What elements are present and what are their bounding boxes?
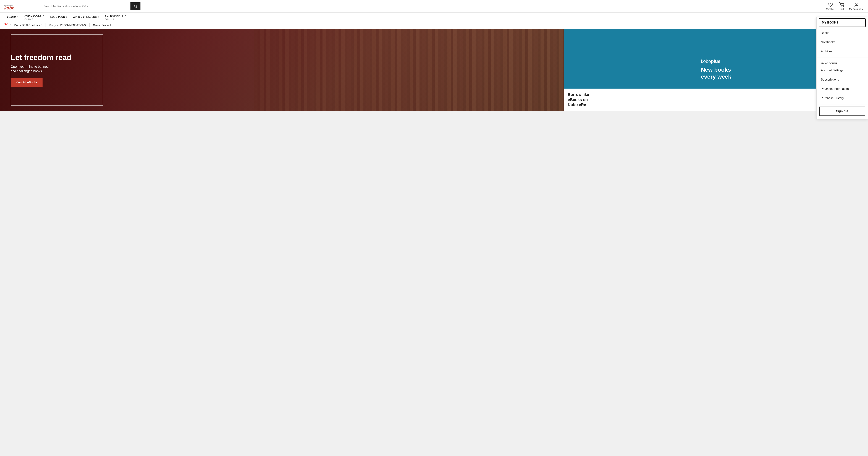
- sign-out-button[interactable]: Sign out: [819, 107, 865, 111]
- promo-classics[interactable]: Classic Favourites: [93, 24, 117, 27]
- promo-bar: 🚩 Get DAILY DEALS and more! See your REC…: [0, 21, 868, 29]
- promo-deals-label: Get DAILY DEALS and more!: [10, 24, 42, 27]
- dropdown-my-books[interactable]: MY BOOKS: [819, 18, 866, 27]
- payment-information-label: Payment Information: [821, 87, 849, 90]
- promo-separator-2: [89, 23, 90, 27]
- dropdown-divider-2: [816, 104, 868, 105]
- kobo-plus-title: New booksevery week: [701, 66, 731, 80]
- purchase-history-label: Purchase History: [821, 96, 844, 100]
- nav-audiobooks[interactable]: AUDIOBOOKS ▼ Credits: 0: [22, 13, 47, 21]
- books-label: Books: [821, 31, 829, 34]
- hero-subtitle: Open your mind to bannedand challenged b…: [11, 64, 71, 74]
- koboplus-chevron: ▼: [65, 16, 67, 18]
- svg-text:kobo: kobo: [4, 5, 14, 10]
- search-icon: [133, 4, 137, 8]
- promo-recommendations[interactable]: See your RECOMMENDATIONS: [49, 24, 89, 27]
- dropdown-notebooks[interactable]: Notebooks: [816, 37, 868, 47]
- dropdown-purchase-history[interactable]: Purchase History: [816, 93, 868, 103]
- dropdown-payment-information[interactable]: Payment Information: [816, 84, 868, 93]
- subscriptions-label: Subscriptions: [821, 78, 839, 81]
- flag-icon: 🚩: [4, 23, 8, 27]
- cart-button[interactable]: Cart: [839, 2, 844, 10]
- account-icon: [854, 2, 859, 7]
- my-account-button[interactable]: My Account ▲: [849, 2, 864, 10]
- dropdown-account-settings[interactable]: Account Settings: [816, 66, 868, 75]
- header: Rakuten kobo W: [0, 0, 868, 13]
- nav-koboplus-label: KOBO PLUS: [50, 16, 65, 18]
- superpoints-chevron: ▼: [124, 15, 126, 17]
- my-account-label: My Account: [849, 8, 861, 10]
- cart-label: Cart: [839, 8, 844, 10]
- nav-koboplus[interactable]: KOBO PLUS ▼: [47, 13, 70, 21]
- audiobooks-sub: Credits: 0: [24, 18, 33, 20]
- kobo-plus-content: koboplus New booksevery week: [694, 52, 738, 89]
- my-books-label: MY BOOKS: [822, 21, 838, 24]
- superpoints-sub: Balance: 0: [105, 18, 114, 20]
- svg-line-4: [136, 7, 137, 8]
- hero-content: Let freedom read Open your mind to banne…: [0, 46, 82, 94]
- cart-icon: [839, 2, 844, 7]
- promo-deals[interactable]: 🚩 Get DAILY DEALS and more!: [4, 23, 45, 27]
- account-settings-label: Account Settings: [821, 68, 844, 72]
- search-button[interactable]: [130, 2, 141, 10]
- nav-bar: eBooks ▼ AUDIOBOOKS ▼ Credits: 0 KOBO PL…: [0, 13, 868, 21]
- kobo-plus-logo: koboplus: [701, 59, 731, 64]
- notebooks-label: Notebooks: [821, 40, 835, 44]
- hero-title: Let freedom read: [11, 53, 71, 62]
- audiobooks-chevron: ▼: [42, 15, 44, 17]
- dropdown-archives[interactable]: Archives: [816, 47, 868, 56]
- ebooks-chevron: ▼: [17, 16, 19, 18]
- dropdown-books[interactable]: Books: [816, 28, 868, 37]
- heart-icon: [828, 2, 833, 7]
- dropdown-menu: MY BOOKS Books Notebooks Archives MY ACC…: [816, 17, 868, 111]
- hero-cta-button[interactable]: View All eBooks: [11, 78, 42, 87]
- chevron-up-icon: ▲: [862, 8, 864, 10]
- svg-point-6: [843, 6, 843, 7]
- logo-svg: Rakuten kobo: [4, 2, 38, 10]
- wishlist-label: Wishlist: [826, 8, 834, 10]
- dropdown-overlay: MY BOOKS Books Notebooks Archives MY ACC…: [815, 0, 868, 111]
- nav-apps[interactable]: APPS & eREADERS ▼: [70, 13, 102, 21]
- header-actions: Wishlist Cart My Account ▲: [826, 2, 864, 10]
- svg-point-7: [856, 3, 857, 4]
- search-input[interactable]: [41, 2, 130, 10]
- apps-chevron: ▼: [97, 16, 99, 18]
- promo-separator-1: [45, 23, 46, 27]
- header-top: Rakuten kobo W: [4, 0, 864, 12]
- promo-classics-label: Classic Favourites: [93, 24, 113, 27]
- nav-apps-label: APPS & eREADERS: [73, 16, 97, 18]
- promo-recommendations-label: See your RECOMMENDATIONS: [49, 24, 86, 27]
- hero-section: Let freedom read Open your mind to banne…: [0, 29, 564, 111]
- wishlist-button[interactable]: Wishlist: [826, 2, 834, 10]
- my-account-row: My Account ▲: [849, 8, 864, 10]
- nav-ebooks-label: eBooks: [7, 16, 16, 18]
- nav-audiobooks-label: AUDIOBOOKS: [24, 14, 41, 17]
- archives-label: Archives: [821, 50, 832, 53]
- nav-superpoints-label: SUPER POINTS: [105, 14, 124, 17]
- nav-ebooks[interactable]: eBooks ▼: [4, 13, 22, 21]
- main-content: Let freedom read Open your mind to banne…: [0, 29, 868, 111]
- search-bar: [41, 2, 141, 10]
- my-account-section-label: MY ACCOUNT: [816, 59, 868, 66]
- svg-point-3: [134, 5, 136, 7]
- nav-superpoints[interactable]: SUPER POINTS ▼ Balance: 0: [102, 13, 129, 21]
- dropdown-subscriptions[interactable]: Subscriptions: [816, 75, 868, 84]
- svg-point-5: [841, 6, 841, 7]
- nav-items: eBooks ▼ AUDIOBOOKS ▼ Credits: 0 KOBO PL…: [4, 13, 864, 21]
- logo[interactable]: Rakuten kobo: [4, 2, 38, 10]
